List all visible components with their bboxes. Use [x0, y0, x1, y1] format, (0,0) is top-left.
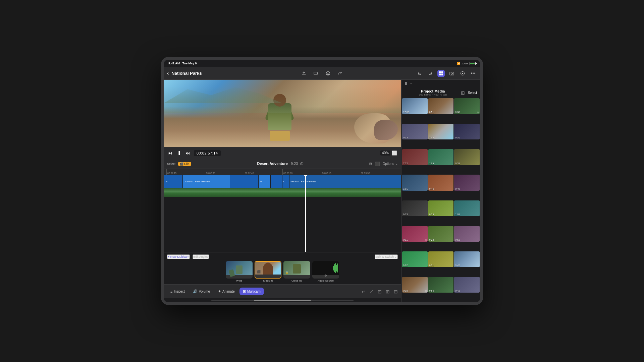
photos-icon[interactable]: [437, 70, 445, 77]
media-pause-icon[interactable]: ⏸: [404, 81, 408, 86]
layout2-icon[interactable]: ⊞: [386, 289, 390, 294]
audio-waveform-bars: [333, 262, 338, 274]
undo-icon[interactable]: [416, 70, 423, 77]
media-thumb-8[interactable]: 1:09: [428, 149, 454, 165]
ruler-mark-5: 00:03:15: [321, 169, 360, 175]
multicam-icon[interactable]: ⧉: [369, 162, 372, 166]
media-thumb-13[interactable]: 0:13: [402, 200, 428, 216]
animate-tab[interactable]: ✦ Animate: [215, 288, 238, 295]
share-icon[interactable]: [336, 70, 344, 77]
media-thumb-4[interactable]: 0:13: [402, 124, 428, 139]
media-skimmer-icon[interactable]: ≈: [410, 81, 413, 86]
clip-2[interactable]: Close-up - Park Interview: [183, 175, 230, 188]
undo-tool-icon[interactable]: ↩: [362, 289, 366, 294]
playhead[interactable]: [305, 175, 306, 252]
media-thumb-12[interactable]: 0:40: [454, 175, 480, 190]
fit-screen-icon[interactable]: ⬜: [392, 150, 397, 156]
media-thumb-10[interactable]: 1:01: [402, 175, 428, 190]
media-thumb-7[interactable]: 7:22: [402, 149, 428, 165]
wide-thumb[interactable]: [226, 261, 253, 279]
angle-medium[interactable]: ⬛ Medium: [255, 261, 281, 282]
right-panel: ⏸ ≈ Project Media 103 Items · 493.77 GB: [401, 80, 480, 302]
wide-label: Wide: [236, 279, 242, 282]
status-indicators: 📶 100%: [457, 62, 476, 65]
split-switch-button[interactable]: Split & Switch ⌄: [375, 254, 398, 259]
clip-5[interactable]: [271, 175, 282, 188]
grid-view-icon[interactable]: ⊞: [461, 90, 465, 96]
media-thumb-17[interactable]: 0:22: [428, 226, 454, 242]
media-thumb-5[interactable]: 1:03: [428, 124, 454, 139]
medium-label: Medium: [263, 279, 273, 282]
media-thumb-22[interactable]: 0:18⊞: [402, 277, 428, 293]
edit-angles-button[interactable]: Edit Angles: [193, 254, 209, 259]
svg-rect-3: [439, 71, 441, 73]
clip-1[interactable]: Clo: [164, 175, 183, 188]
redo-icon[interactable]: [427, 70, 434, 77]
voiceover-icon[interactable]: A: [324, 70, 332, 77]
media-thumb-21[interactable]: 0:45: [454, 251, 480, 267]
clip-info-bar: Select 🎬 Clip Desert Adventure 9:23 ⓘ ⧉ …: [164, 159, 401, 169]
clip-badge-icon: 🎬: [180, 162, 183, 166]
media-thumb-20[interactable]: 0:21: [428, 251, 454, 267]
status-time: 9:41 AM Tue May 9: [168, 62, 197, 65]
rewind-button[interactable]: ⏮: [168, 150, 172, 156]
back-button[interactable]: ‹: [167, 70, 169, 76]
media-playback-controls: ⏸ ≈: [401, 80, 480, 87]
media-thumb-24[interactable]: 0:42: [454, 277, 480, 293]
closeup-thumb[interactable]: 🔒: [283, 261, 310, 279]
video-background: [164, 80, 401, 147]
timeline-scrollbar[interactable]: [211, 300, 354, 301]
angle-icon[interactable]: ⬛: [375, 162, 380, 166]
clip-title: Desert Adventure 9:23 ⓘ: [194, 162, 367, 166]
volume-icon: 🔊: [193, 289, 198, 294]
volume-tab[interactable]: 🔊 Volume: [190, 288, 213, 295]
media-thumb-16[interactable]: 0:11⊞: [402, 226, 428, 242]
inspect-tab[interactable]: ≡ Inspect: [167, 288, 188, 295]
ruler-mark-3: 00:02:45: [244, 169, 282, 175]
clip-3[interactable]: [230, 175, 259, 188]
media-thumb-15[interactable]: 1:09: [454, 200, 480, 216]
medium-thumb[interactable]: ⬛: [255, 261, 281, 279]
layout1-icon[interactable]: ⊡: [378, 289, 382, 294]
audio-track: [164, 188, 401, 197]
audio-source-thumb[interactable]: ⊙: [312, 261, 339, 279]
audio-icon[interactable]: [459, 70, 466, 77]
angle-audio[interactable]: ⊙ Audio Source: [312, 261, 339, 282]
camera2-icon[interactable]: [448, 70, 455, 77]
media-thumb-1[interactable]: 17:08: [402, 98, 428, 114]
media-header: Project Media 103 Items · 493.77 GB ⊞ Se…: [401, 87, 480, 98]
pause-button[interactable]: ⏸: [176, 150, 181, 156]
media-thumb-9[interactable]: 0:38: [454, 149, 480, 165]
layout3-icon[interactable]: ⊟: [394, 289, 398, 294]
media-thumb-3[interactable]: 0:08⊞: [454, 98, 480, 114]
animate-icon: ✦: [218, 289, 221, 294]
options-button[interactable]: Options ⌄: [383, 162, 398, 166]
select-button[interactable]: Select: [468, 91, 477, 95]
info-icon[interactable]: ⓘ: [300, 162, 303, 166]
media-thumb-19[interactable]: 0:02: [402, 251, 428, 267]
new-multicam-button[interactable]: + New Multicam: [167, 254, 190, 259]
camera-icon[interactable]: [312, 70, 320, 77]
svg-rect-0: [314, 72, 317, 75]
media-thumb-11[interactable]: 0:46: [428, 175, 454, 190]
more-icon[interactable]: •••: [470, 70, 477, 77]
checkmark-icon[interactable]: ✓: [370, 289, 374, 294]
angle-wide[interactable]: Wide: [226, 261, 253, 282]
angle-closeup[interactable]: 🔒 Close-up: [283, 261, 310, 282]
main-content: ⏮ ⏸ ⏭ 00:02:57:14 40% ⬜ Select: [164, 80, 480, 302]
multicam-tab[interactable]: ⊞ Multicam: [239, 288, 264, 295]
media-thumb-2[interactable]: 8:51: [428, 98, 454, 114]
svg-rect-5: [439, 73, 441, 75]
fast-forward-button[interactable]: ⏭: [185, 150, 190, 156]
media-thumb-6[interactable]: 0:51: [454, 124, 480, 139]
clip-6[interactable]: C: [282, 175, 289, 188]
export-icon[interactable]: [300, 70, 308, 77]
playback-controls: ⏮ ⏸ ⏭ 00:02:57:14 40% ⬜: [164, 147, 401, 159]
media-thumb-23[interactable]: 0:56: [428, 277, 454, 293]
scroll-thumb: [254, 300, 311, 301]
clip-4[interactable]: W: [259, 175, 270, 188]
media-thumb-14[interactable]: 0:29: [428, 200, 454, 216]
clip-medium[interactable]: Medium - Park Interview: [289, 175, 401, 188]
zoom-value: 40%: [380, 150, 390, 156]
media-thumb-18[interactable]: 0:52: [454, 226, 480, 242]
